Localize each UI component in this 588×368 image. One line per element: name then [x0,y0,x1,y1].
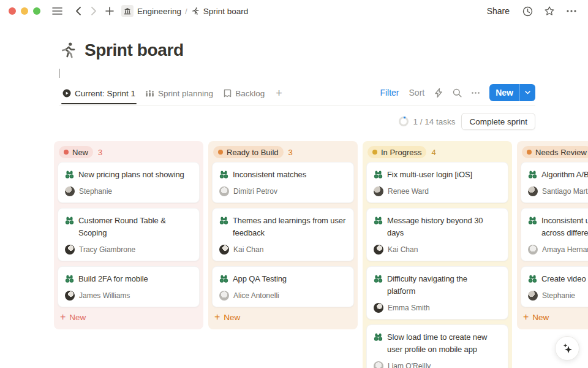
task-card[interactable]: Build 2FA for mobileJames Williams [58,266,200,307]
tab-current-sprint[interactable]: Current: Sprint 1 [59,86,139,104]
column-count: 3 [98,148,102,157]
column-name: Ready to Build [227,148,279,157]
minimize-window-button[interactable] [21,7,28,15]
task-card[interactable]: App QA TestingAlice Antonelli [212,266,354,307]
avatar [65,186,75,196]
breadcrumb-workspace[interactable]: Engineering [137,7,181,16]
status-dot-icon [372,150,377,155]
automations-button[interactable] [431,85,447,100]
plus-icon: + [523,312,529,322]
workspace-icon-badge[interactable] [121,5,134,17]
column-status-pill[interactable]: New [59,146,93,158]
page-icon-runner[interactable] [59,41,77,59]
favorite-button[interactable] [541,3,557,19]
sort-button[interactable]: Sort [405,86,429,99]
column-status-pill[interactable]: Needs Review [522,146,588,158]
sprint-status-row: 1 / 14 tasks Complete sprint [59,113,535,130]
card-assignee-row: Renee Ward [374,186,501,196]
task-card[interactable]: Difficulty navigating the platformEmma S… [366,266,508,320]
assignee-name: Stephanie [79,187,112,196]
sidebar-menu-button[interactable] [49,3,65,19]
card-title-row: Build 2FA for mobile [65,273,192,285]
task-card[interactable]: Inconsistent matchesDimitri Petrov [212,162,354,203]
ai-assistant-button[interactable] [555,336,579,361]
zoom-window-button[interactable] [33,7,40,15]
task-card[interactable]: Message history beyond 30 daysKai Chan [366,208,508,261]
close-window-button[interactable] [9,7,16,15]
page-header: Sprint board [59,40,535,60]
tab-sprint-planning[interactable]: Sprint planning [141,86,217,104]
updates-button[interactable] [519,3,535,19]
view-options-button[interactable] [467,85,483,100]
new-task-dropdown-button[interactable] [520,84,535,101]
assignee-name: Liam O'Reilly [388,362,431,368]
add-card-button[interactable]: +New [521,307,588,324]
filter-button[interactable]: Filter [376,86,402,99]
new-task-button[interactable]: New [489,84,519,101]
card-title: Themes and learnings from user feedback [233,215,345,239]
add-card-button[interactable]: +New [58,307,200,324]
assignee-name: Kai Chan [233,245,263,254]
add-view-button[interactable]: + [271,87,287,102]
view-toolbar: Filter Sort New [376,84,535,105]
card-page-icon [219,215,228,225]
task-card[interactable]: Inconsistent users across different devi… [521,208,588,261]
card-title: Inconsistent users across different devi… [541,215,588,239]
task-card[interactable]: New pricing plans not showingStephanie [58,162,200,203]
task-card[interactable]: Themes and learnings from user feedbackK… [212,208,354,261]
card-title-row: Inconsistent matches [219,169,347,181]
binoculars-icon [528,274,537,283]
sparkles-icon [561,342,573,355]
card-page-icon [374,169,383,179]
nav-forward-button[interactable] [86,3,102,19]
card-list: Inconsistent matchesDimitri PetrovThemes… [212,162,354,307]
avatar [219,291,229,301]
assignee-name: Stephanie [542,291,575,300]
binoculars-icon [528,170,537,179]
complete-sprint-button[interactable]: Complete sprint [461,113,535,130]
task-card[interactable]: Fix multi-user login [iOS]Renee Ward [366,162,508,203]
card-title-row: App QA Testing [219,273,347,285]
nav-back-button[interactable] [70,3,86,19]
add-card-button[interactable]: +New [212,307,354,324]
card-assignee-row: Kai Chan [219,245,347,255]
board: New3New pricing plans not showingStephan… [54,141,588,368]
column-header: New3 [58,145,200,162]
task-card[interactable]: Slow load time to create new user profil… [366,324,508,368]
card-title: Inconsistent matches [233,169,306,181]
task-card[interactable]: Algorithm A/B testingSantiago Martinez [521,162,588,203]
column-name: New [72,148,88,157]
task-card[interactable]: Create video guidesStephanie [521,266,588,307]
avatar [374,303,383,313]
assignee-name: Tracy Giambrone [79,245,135,254]
card-title: New pricing plans not showing [78,169,184,181]
column-status-pill[interactable]: Ready to Build [213,146,284,158]
tab-backlog[interactable]: Backlog [219,86,268,104]
task-card[interactable]: Customer Round Table & ScopingTracy Giam… [58,208,200,261]
sprint-progress: 1 / 14 tasks [399,117,455,126]
new-page-button[interactable] [102,3,118,19]
assignee-name: Alice Antonelli [233,291,279,300]
breadcrumb: Engineering / Sprint board [121,5,248,17]
column-header: Ready to Build3 [212,145,354,162]
share-button[interactable]: Share [483,4,513,18]
card-title: Algorithm A/B testing [541,169,588,181]
board-column: In Progress4Fix multi-user login [iOS]Re… [363,141,512,368]
column-status-pill[interactable]: In Progress [368,146,426,158]
search-button[interactable] [449,85,465,100]
column-header: In Progress4 [366,145,508,162]
breadcrumb-page[interactable]: Sprint board [203,7,249,16]
plus-icon: + [214,312,220,322]
card-title-row: Message history beyond 30 days [374,215,501,239]
binoculars-icon [374,216,383,225]
window-controls [9,7,40,15]
ellipsis-icon [472,92,480,94]
star-icon [544,6,555,17]
more-options-button[interactable] [564,3,579,19]
card-page-icon [374,273,383,283]
assignee-name: Dimitri Petrov [233,187,277,196]
card-title-row: Fix multi-user login [iOS] [374,169,501,181]
binoculars-icon [374,170,383,179]
hamburger-icon [52,7,62,15]
binoculars-icon [65,170,74,179]
